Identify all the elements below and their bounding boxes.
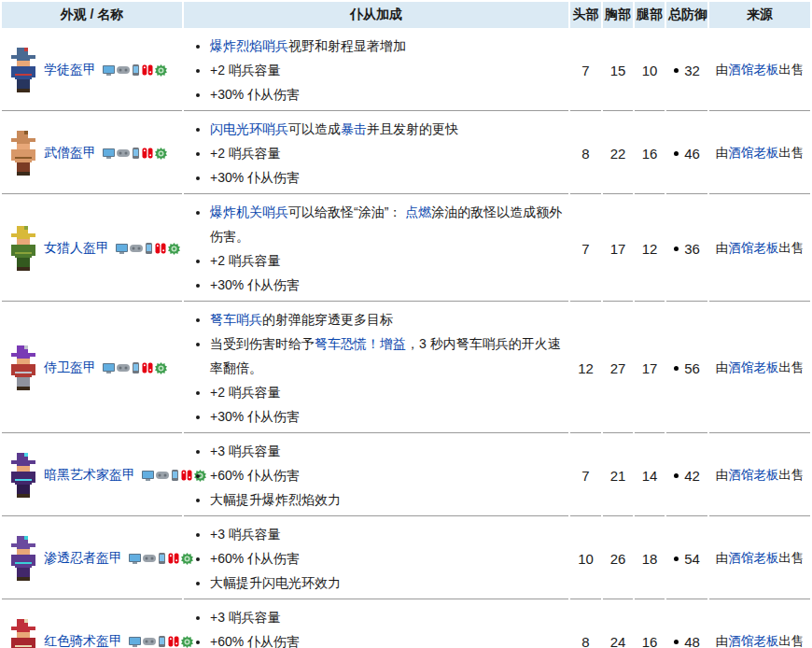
armor-sprite-image[interactable] (7, 534, 39, 584)
table-row: 武僧盔甲闪电光环哨兵可以造成暴击并且发射的更快+2 哨兵容量+30% 仆从伤害8… (2, 113, 810, 194)
switch-icon[interactable] (155, 243, 166, 254)
tmodloader-icon[interactable] (155, 362, 167, 374)
mobile-icon[interactable] (158, 636, 166, 647)
switch-icon[interactable] (142, 148, 153, 159)
bonus-term-link[interactable]: 弩车哨兵 (210, 312, 262, 327)
armor-name-cell: 女猎人盔甲 (2, 196, 182, 302)
armor-sprite-image[interactable] (7, 344, 39, 393)
armor-sprite-image[interactable] (7, 451, 39, 500)
armor-sprite-image[interactable] (7, 46, 39, 95)
armor-name-link[interactable]: 渗透忍者盔甲 (44, 550, 122, 567)
armor-sprite-image[interactable] (7, 224, 39, 274)
source-prefix: 由 (716, 468, 729, 482)
total-defense-cell: 48 (666, 601, 707, 648)
armor-name-link[interactable]: 暗黑艺术家盔甲 (44, 467, 135, 484)
bonus-term-link[interactable]: 闪电光环哨兵 (210, 121, 288, 136)
bonus-text: +30% 仆从伤害 (210, 409, 300, 424)
armor-sprite-image[interactable] (7, 129, 39, 178)
desktop-icon[interactable] (129, 554, 141, 564)
bonus-term-link[interactable]: 爆炸烈焰哨兵 (210, 38, 288, 53)
tmodloader-icon[interactable] (181, 636, 193, 648)
desktop-icon[interactable] (103, 148, 115, 159)
desktop-icon[interactable] (116, 244, 128, 254)
tavernkeep-link[interactable]: 酒馆老板 (728, 360, 778, 374)
source-prefix: 由 (716, 634, 729, 648)
armor-sprite-image[interactable] (7, 617, 39, 648)
tmodloader-icon[interactable] (155, 64, 167, 77)
console-icon[interactable] (117, 65, 130, 75)
bonus-item: +60% 仆从伤害 (210, 463, 563, 487)
name-wrap: 武僧盔甲 (7, 129, 180, 178)
bonus-item: +60% 仆从伤害 (210, 546, 563, 571)
tavernkeep-link[interactable]: 酒馆老板 (728, 551, 778, 565)
armor-name-link[interactable]: 武僧盔甲 (44, 145, 96, 162)
total-defense-value: 32 (684, 63, 700, 78)
minion-bonus-cell: 爆炸烈焰哨兵视野和射程显著增加+2 哨兵容量+30% 仆从伤害 (184, 30, 568, 111)
name-wrap: 女猎人盔甲 (7, 224, 180, 274)
armor-name-link[interactable]: 侍卫盔甲 (44, 359, 96, 376)
desktop-icon[interactable] (142, 471, 154, 481)
switch-icon[interactable] (168, 636, 179, 647)
source-prefix: 由 (716, 63, 729, 77)
minion-bonus-cell: 爆炸机关哨兵可以给敌怪“涂油”： 点燃涂油的敌怪以造成额外伤害。+2 哨兵容量+… (184, 196, 568, 302)
tavernkeep-link[interactable]: 酒馆老板 (728, 63, 778, 77)
source-cell: 由酒馆老板出售 (709, 113, 810, 194)
tavernkeep-link[interactable]: 酒馆老板 (728, 634, 778, 648)
bonus-item: +30% 仆从伤害 (210, 404, 563, 429)
tmodloader-icon[interactable] (168, 243, 180, 255)
console-icon[interactable] (156, 471, 169, 480)
armor-name-link[interactable]: 红色骑术盔甲 (44, 633, 122, 648)
bonus-text: 的射弹能穿透更多目标 (262, 312, 393, 327)
switch-icon[interactable] (142, 362, 153, 373)
bonus-term-link[interactable]: 爆炸机关哨兵 (210, 204, 288, 219)
minion-bonus-cell: 弩车哨兵的射弹能穿透更多目标当受到伤害时给予弩车恐慌！增益，3 秒内弩车哨兵的开… (184, 303, 568, 433)
defense-dot-icon (674, 151, 679, 156)
chest-defense-cell: 15 (603, 30, 633, 111)
desktop-icon[interactable] (103, 363, 115, 373)
source-suffix: 出售 (778, 241, 804, 255)
mobile-icon[interactable] (132, 148, 140, 159)
switch-icon[interactable] (181, 470, 192, 481)
bonus-item: 闪电光环哨兵可以造成暴击并且发射的更快 (210, 117, 563, 141)
mobile-icon[interactable] (171, 470, 179, 481)
bonus-item: 爆炸机关哨兵可以给敌怪“涂油”： 点燃涂油的敌怪以造成额外伤害。 (210, 200, 563, 248)
tmodloader-icon[interactable] (181, 553, 193, 565)
column-header-4: 腿部 (635, 2, 665, 28)
bonus-term-link[interactable]: 弩车恐慌！增益 (315, 336, 406, 351)
desktop-icon[interactable] (103, 65, 115, 76)
tavernkeep-link[interactable]: 酒馆老板 (728, 241, 778, 255)
switch-icon[interactable] (168, 553, 179, 564)
desktop-icon[interactable] (129, 637, 141, 647)
head-defense-cell: 8 (570, 601, 601, 648)
tavernkeep-link[interactable]: 酒馆老板 (728, 468, 778, 482)
console-icon[interactable] (143, 637, 156, 646)
tmodloader-icon[interactable] (155, 148, 167, 160)
tavernkeep-link[interactable]: 酒馆老板 (728, 146, 778, 160)
bonus-text: 大幅提升爆炸烈焰效力 (210, 492, 341, 507)
platform-icons (103, 362, 167, 374)
bonus-term-link[interactable]: 点燃 (405, 204, 431, 219)
bonus-text: 可以给敌怪“涂油”： (288, 204, 405, 219)
armor-name-link[interactable]: 女猎人盔甲 (44, 240, 109, 257)
armor-name-link[interactable]: 学徒盔甲 (44, 62, 96, 78)
console-icon[interactable] (143, 554, 156, 563)
bonus-text: 可以造成 (288, 121, 341, 136)
table-header-row: 外观 / 名称仆从加成头部胸部腿部总防御来源 (2, 2, 810, 28)
source-suffix: 出售 (778, 146, 804, 160)
table-row: 红色骑术盔甲+3 哨兵容量+60% 仆从伤害大幅提升爆炸机关效力8241648由… (2, 601, 810, 648)
bonus-text: 视野和射程显著增加 (288, 38, 406, 53)
column-header-0: 外观 / 名称 (2, 2, 182, 28)
mobile-icon[interactable] (132, 64, 140, 76)
source-prefix: 由 (716, 146, 729, 160)
bonus-item: 弩车哨兵的射弹能穿透更多目标 (210, 307, 563, 331)
console-icon[interactable] (130, 244, 143, 253)
console-icon[interactable] (117, 363, 130, 373)
mobile-icon[interactable] (158, 553, 166, 564)
mobile-icon[interactable] (132, 362, 140, 373)
source-cell: 由酒馆老板出售 (709, 303, 810, 433)
switch-icon[interactable] (142, 64, 153, 76)
mobile-icon[interactable] (145, 243, 153, 254)
total-defense-cell: 32 (666, 30, 707, 111)
console-icon[interactable] (117, 148, 130, 158)
bonus-term-link[interactable]: 暴击 (341, 121, 367, 136)
